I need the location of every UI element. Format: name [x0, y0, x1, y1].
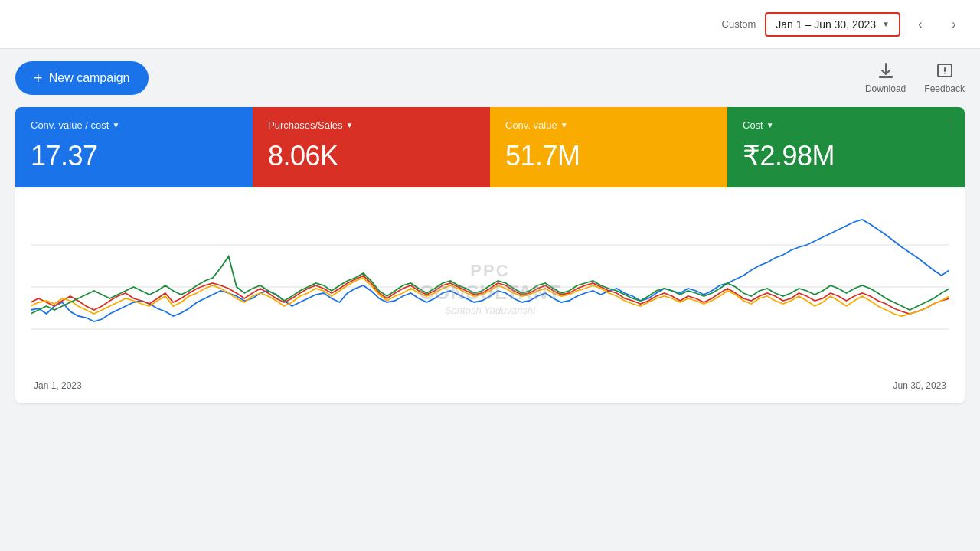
stats-container: Conv. value / cost ▼ 17.37 Purchases/Sal…: [15, 107, 965, 403]
feedback-label: Feedback: [924, 83, 965, 94]
metric-tile-conv-value[interactable]: Conv. value ▼ 51.7M: [490, 107, 727, 187]
chart-svg: [31, 203, 949, 371]
feedback-icon: [936, 62, 954, 80]
main-area: + New campaign Download Feedback: [0, 49, 980, 416]
chart-end-label: Jun 30, 2023: [893, 380, 946, 391]
metric-tile-purchases-sales[interactable]: Purchases/Sales ▼ 8.06K: [253, 107, 490, 187]
stats-metrics: Conv. value / cost ▼ 17.37 Purchases/Sal…: [15, 107, 965, 187]
download-label: Download: [865, 83, 906, 94]
prev-period-button[interactable]: ‹: [906, 11, 934, 38]
feedback-action[interactable]: Feedback: [924, 62, 965, 94]
new-campaign-label: New campaign: [49, 71, 130, 85]
plus-icon: +: [34, 70, 43, 86]
metric-label-purchases-sales: Purchases/Sales ▼: [268, 119, 475, 131]
date-range-picker[interactable]: Jan 1 – Jun 30, 2023 ▼: [765, 12, 900, 37]
chart-labels: Jan 1, 2023 Jun 30, 2023: [31, 380, 949, 391]
chevron-down-icon: ▼: [882, 20, 890, 28]
new-campaign-button[interactable]: + New campaign: [15, 61, 149, 95]
chart-svg-container: PPC CONSULTANT Santosh Yaduvanshi: [31, 203, 949, 374]
toolbar: + New campaign Download Feedback: [15, 61, 965, 95]
svg-point-3: [944, 73, 946, 74]
toolbar-right: Download Feedback: [865, 62, 965, 94]
top-bar: Custom Jan 1 – Jun 30, 2023 ▼ ‹ ›: [0, 0, 980, 49]
metric-value-cost: ₹2.98M: [743, 140, 949, 172]
dropdown-arrow-icon: ▼: [560, 121, 568, 129]
next-period-button[interactable]: ›: [940, 11, 968, 38]
svg-rect-0: [879, 76, 893, 78]
dropdown-arrow-icon: ▼: [766, 121, 774, 129]
metric-label-conv-value: Conv. value ▼: [505, 119, 712, 131]
download-icon: [877, 62, 895, 80]
download-action[interactable]: Download: [865, 62, 906, 94]
metric-tile-cost[interactable]: Cost ▼ ₹2.98M ⋮: [727, 107, 965, 187]
chart-start-label: Jan 1, 2023: [34, 380, 82, 391]
custom-label: Custom: [722, 18, 756, 30]
metric-value-conv-value: 51.7M: [505, 140, 712, 172]
metric-label-cost: Cost ▼: [743, 119, 949, 131]
more-options-icon[interactable]: ⋮: [943, 116, 959, 135]
date-range-text: Jan 1 – Jun 30, 2023: [776, 18, 876, 31]
metric-label-conv-value-cost: Conv. value / cost ▼: [31, 119, 237, 131]
metric-tile-conv-value-cost[interactable]: Conv. value / cost ▼ 17.37: [15, 107, 253, 187]
dropdown-arrow-icon: ▼: [112, 121, 119, 129]
metric-value-purchases-sales: 8.06K: [268, 140, 475, 172]
chart-area: PPC CONSULTANT Santosh Yaduvanshi: [15, 187, 965, 403]
dropdown-arrow-icon: ▼: [346, 121, 354, 129]
metric-value-conv-value-cost: 17.37: [31, 140, 237, 172]
